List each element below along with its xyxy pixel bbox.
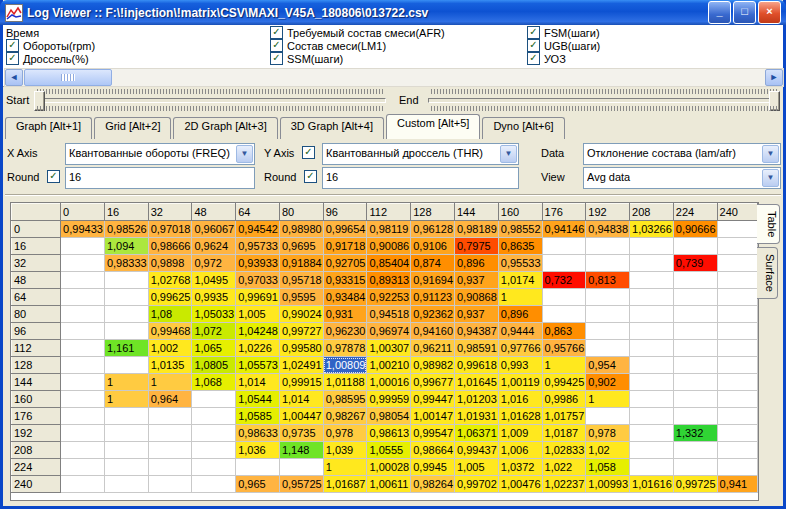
cell-0-240[interactable] bbox=[717, 221, 757, 238]
cell-128-128[interactable]: 0,98982 bbox=[411, 357, 455, 374]
cell-176-112[interactable]: 0,98054 bbox=[367, 408, 411, 425]
cell-144-32[interactable]: 1 bbox=[148, 374, 192, 391]
selected-cell[interactable]: 1,00809 bbox=[323, 357, 367, 374]
cell-192-144[interactable]: 1,06371 bbox=[455, 425, 499, 442]
cell-144-48[interactable]: 1,068 bbox=[192, 374, 236, 391]
cell-48-160[interactable]: 1,0174 bbox=[498, 272, 542, 289]
cell-240-16[interactable] bbox=[104, 476, 148, 493]
cell-160-224[interactable] bbox=[673, 391, 717, 408]
channel-oboroty-rpm[interactable]: ✓Обороты(rpm) bbox=[6, 39, 266, 52]
cell-96-0[interactable] bbox=[61, 323, 105, 340]
cell-48-16[interactable] bbox=[104, 272, 148, 289]
cell-192-208[interactable] bbox=[630, 425, 674, 442]
cell-160-112[interactable]: 0,99959 bbox=[367, 391, 411, 408]
cell-64-224[interactable] bbox=[673, 289, 717, 306]
cell-32-0[interactable] bbox=[61, 255, 105, 272]
cell-16-176[interactable] bbox=[542, 238, 586, 255]
cell-160-0[interactable] bbox=[61, 391, 105, 408]
cell-144-64[interactable]: 1,014 bbox=[236, 374, 280, 391]
cell-16-208[interactable] bbox=[630, 238, 674, 255]
cell-144-128[interactable]: 0,99677 bbox=[411, 374, 455, 391]
cell-224-176[interactable]: 1,022 bbox=[542, 459, 586, 476]
cell-48-240[interactable] bbox=[717, 272, 757, 289]
cell-64-176[interactable] bbox=[542, 289, 586, 306]
cell-112-96[interactable]: 0,97878 bbox=[323, 340, 367, 357]
cell-176-240[interactable] bbox=[717, 408, 757, 425]
chevron-down-icon[interactable]: ▼ bbox=[500, 145, 517, 163]
cell-0-48[interactable]: 0,96067 bbox=[192, 221, 236, 238]
data-select[interactable]: Отклонение состава (lam/afr) ▼ bbox=[583, 143, 781, 165]
cell-224-240[interactable] bbox=[717, 459, 757, 476]
cell-112-0[interactable] bbox=[61, 340, 105, 357]
cell-208-64[interactable]: 1,036 bbox=[236, 442, 280, 459]
cell-48-144[interactable]: 0,937 bbox=[455, 272, 499, 289]
cell-96-176[interactable]: 0,863 bbox=[542, 323, 586, 340]
cell-208-16[interactable] bbox=[104, 442, 148, 459]
cell-16-0[interactable] bbox=[61, 238, 105, 255]
cell-208-176[interactable]: 1,02833 bbox=[542, 442, 586, 459]
cell-208-240[interactable] bbox=[717, 442, 757, 459]
cell-128-48[interactable]: 1,0805 bbox=[192, 357, 236, 374]
cell-16-48[interactable]: 0,9624 bbox=[192, 238, 236, 255]
cell-64-32[interactable]: 0,99625 bbox=[148, 289, 192, 306]
cell-96-208[interactable] bbox=[630, 323, 674, 340]
channel-oboroty-rpm-checkbox[interactable]: ✓ bbox=[6, 39, 19, 52]
cell-128-192[interactable]: 0,954 bbox=[586, 357, 630, 374]
x-axis-select[interactable]: Квантованные обороты (FREQ) ▼ bbox=[65, 143, 255, 165]
cell-176-224[interactable] bbox=[673, 408, 717, 425]
cell-32-80[interactable]: 0,91884 bbox=[279, 255, 323, 272]
start-slider[interactable] bbox=[34, 88, 386, 112]
cell-96-192[interactable] bbox=[586, 323, 630, 340]
cell-112-112[interactable]: 1,00307 bbox=[367, 340, 411, 357]
cell-192-32[interactable] bbox=[148, 425, 192, 442]
cell-32-112[interactable]: 0,85404 bbox=[367, 255, 411, 272]
cell-176-48[interactable] bbox=[192, 408, 236, 425]
cell-96-144[interactable]: 0,94387 bbox=[455, 323, 499, 340]
cell-128-0[interactable] bbox=[61, 357, 105, 374]
cell-128-112[interactable]: 1,00210 bbox=[367, 357, 411, 374]
cell-64-48[interactable]: 0,9935 bbox=[192, 289, 236, 306]
cell-224-64[interactable] bbox=[236, 459, 280, 476]
chevron-down-icon[interactable]: ▼ bbox=[236, 145, 253, 163]
cell-144-176[interactable]: 0,99425 bbox=[542, 374, 586, 391]
cell-16-144[interactable]: 0,7975 bbox=[455, 238, 499, 255]
cell-32-192[interactable] bbox=[586, 255, 630, 272]
cell-32-224[interactable]: 0,739 bbox=[673, 255, 717, 272]
cell-48-80[interactable]: 0,95718 bbox=[279, 272, 323, 289]
cell-192-224[interactable]: 1,332 bbox=[673, 425, 717, 442]
cell-160-160[interactable]: 1,016 bbox=[498, 391, 542, 408]
cell-144-224[interactable] bbox=[673, 374, 717, 391]
cell-48-32[interactable]: 1,02768 bbox=[148, 272, 192, 289]
cell-208-128[interactable]: 0,98664 bbox=[411, 442, 455, 459]
cell-112-16[interactable]: 1,161 bbox=[104, 340, 148, 357]
cell-160-64[interactable]: 1,0544 bbox=[236, 391, 280, 408]
titlebar[interactable]: Log Viewer :: F:\!injection\!matrix\CSV\… bbox=[0, 0, 786, 25]
channel-lm1-checkbox[interactable]: ✓ bbox=[270, 39, 283, 52]
cell-224-80[interactable] bbox=[279, 459, 323, 476]
cell-176-176[interactable]: 1,01757 bbox=[542, 408, 586, 425]
side-tab-surface[interactable]: Surface bbox=[757, 247, 778, 299]
cell-0-64[interactable]: 0,94542 bbox=[236, 221, 280, 238]
tab-3d-graph[interactable]: 3D Graph [Alt+4] bbox=[280, 117, 384, 139]
cell-16-16[interactable]: 1,094 bbox=[104, 238, 148, 255]
cell-224-16[interactable] bbox=[104, 459, 148, 476]
cell-176-16[interactable] bbox=[104, 408, 148, 425]
cell-16-64[interactable]: 0,95733 bbox=[236, 238, 280, 255]
cell-224-48[interactable] bbox=[192, 459, 236, 476]
cell-80-112[interactable]: 0,94518 bbox=[367, 306, 411, 323]
col-header-128[interactable]: 128 bbox=[411, 204, 455, 221]
col-header-64[interactable]: 64 bbox=[236, 204, 280, 221]
channel-uoz[interactable]: ✓УОЗ bbox=[527, 52, 777, 65]
col-header-0[interactable]: 0 bbox=[61, 204, 105, 221]
row-header-240[interactable]: 240 bbox=[12, 476, 61, 493]
cell-112-208[interactable] bbox=[630, 340, 674, 357]
cell-64-80[interactable]: 0,9595 bbox=[279, 289, 323, 306]
cell-192-192[interactable]: 0,978 bbox=[586, 425, 630, 442]
cell-208-96[interactable]: 1,039 bbox=[323, 442, 367, 459]
row-header-192[interactable]: 192 bbox=[12, 425, 61, 442]
cell-0-128[interactable]: 0,96128 bbox=[411, 221, 455, 238]
cell-80-240[interactable] bbox=[717, 306, 757, 323]
cell-112-64[interactable]: 1,0226 bbox=[236, 340, 280, 357]
channel-afr-target[interactable]: ✓Требуемый состав смеси(AFR) bbox=[270, 26, 525, 39]
cell-32-32[interactable]: 0,9898 bbox=[148, 255, 192, 272]
